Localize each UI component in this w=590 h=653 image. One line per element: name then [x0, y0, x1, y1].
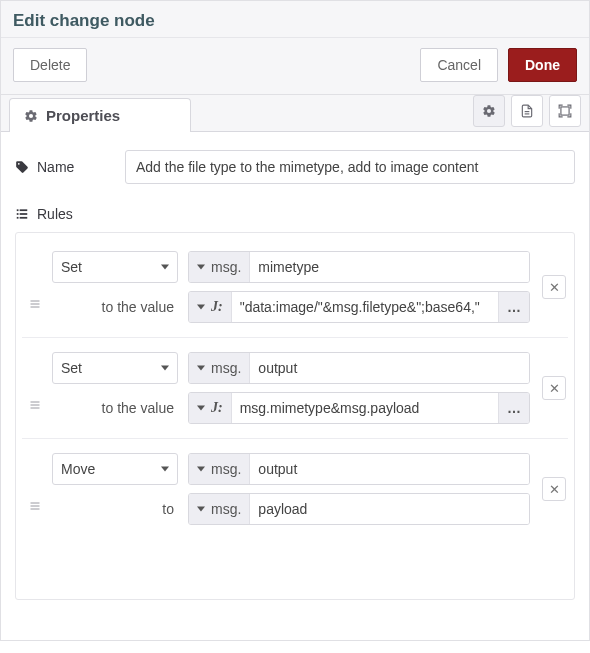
delete-rule-button[interactable]: ✕	[542, 477, 566, 501]
tab-icon-description[interactable]	[511, 95, 543, 127]
list-icon	[15, 207, 29, 221]
type-chip[interactable]: msg.	[189, 454, 250, 484]
dialog-title: Edit change node	[1, 1, 589, 38]
svg-marker-18	[161, 366, 169, 371]
svg-rect-5	[17, 217, 19, 219]
rule-target-input: msg.	[188, 352, 530, 384]
rule-target-input: msg.	[188, 453, 530, 485]
delete-rule-button[interactable]: ✕	[542, 376, 566, 400]
rules-label-text: Rules	[37, 206, 73, 222]
cancel-button[interactable]: Cancel	[420, 48, 498, 82]
tag-icon	[15, 160, 29, 174]
jsonata-icon: J:	[211, 400, 223, 416]
type-chip-label: msg.	[211, 461, 241, 477]
rule-target-input: msg.	[188, 251, 530, 283]
rule-value-field[interactable]	[232, 292, 498, 322]
rule-action-select[interactable]: Move	[52, 453, 178, 485]
svg-marker-20	[197, 406, 205, 411]
svg-marker-12	[161, 265, 169, 270]
properties-panel: Name Rules ✕Setmsg.to the valueJ:…✕Setms…	[1, 131, 589, 640]
chevron-down-icon	[161, 364, 169, 372]
svg-rect-6	[20, 209, 28, 211]
svg-marker-13	[197, 265, 205, 270]
rule-value-field[interactable]	[232, 393, 498, 423]
type-chip[interactable]: msg.	[189, 353, 250, 383]
rule-value-input: J:…	[188, 291, 530, 323]
rule-action-select[interactable]: Set	[52, 251, 178, 283]
ellipsis-icon: …	[507, 400, 521, 416]
chevron-down-icon	[197, 505, 205, 513]
rule-action-label: Set	[61, 259, 82, 275]
rule-target-field[interactable]	[250, 353, 529, 383]
type-chip[interactable]: J:	[189, 393, 232, 423]
document-icon	[520, 104, 534, 118]
svg-marker-24	[161, 467, 169, 472]
rule-action-label: Move	[61, 461, 95, 477]
chevron-down-icon	[197, 303, 205, 311]
chevron-down-icon	[197, 364, 205, 372]
svg-marker-26	[197, 507, 205, 512]
chevron-down-icon	[197, 263, 205, 271]
name-input[interactable]	[125, 150, 575, 184]
rule-value-input: msg.	[188, 493, 530, 525]
name-label: Name	[15, 159, 115, 175]
expand-editor-button[interactable]: …	[498, 292, 529, 322]
svg-rect-8	[20, 217, 28, 219]
tab-properties[interactable]: Properties	[9, 98, 191, 132]
type-chip-label: msg.	[211, 501, 241, 517]
done-button[interactable]: Done	[508, 48, 577, 82]
rule-action-select[interactable]: Set	[52, 352, 178, 384]
type-chip-label: msg.	[211, 259, 241, 275]
tab-icon-appearance[interactable]	[549, 95, 581, 127]
rule-action-label: Set	[61, 360, 82, 376]
svg-rect-4	[17, 213, 19, 215]
delete-button[interactable]: Delete	[13, 48, 87, 82]
chevron-down-icon	[161, 465, 169, 473]
svg-marker-19	[197, 366, 205, 371]
dialog-toolbar: Delete Cancel Done	[1, 38, 589, 95]
rule-to-label: to the value	[52, 400, 178, 416]
rule-value-field[interactable]	[250, 494, 529, 524]
svg-marker-25	[197, 467, 205, 472]
jsonata-icon: J:	[211, 299, 223, 315]
tab-properties-label: Properties	[46, 107, 120, 124]
rule-value-input: J:…	[188, 392, 530, 424]
rule-to-label: to	[52, 501, 178, 517]
type-chip-label: msg.	[211, 360, 241, 376]
edit-node-dialog: Edit change node Delete Cancel Done Prop…	[0, 0, 590, 641]
rule-target-field[interactable]	[250, 454, 529, 484]
svg-rect-3	[17, 209, 19, 211]
rules-list: ✕Setmsg.to the valueJ:…✕Setmsg.to the va…	[15, 232, 575, 600]
rule-row: ✕Movemsg.tomsg.	[22, 439, 568, 539]
gear-icon	[482, 104, 496, 118]
delete-rule-button[interactable]: ✕	[542, 275, 566, 299]
name-row: Name	[15, 150, 575, 184]
drag-handle-icon[interactable]	[26, 251, 44, 323]
chevron-down-icon	[197, 404, 205, 412]
type-chip[interactable]: msg.	[189, 252, 250, 282]
type-chip[interactable]: J:	[189, 292, 232, 322]
svg-rect-2	[561, 107, 569, 115]
close-icon: ✕	[549, 381, 560, 396]
tab-bar: Properties	[1, 95, 589, 131]
svg-marker-14	[197, 305, 205, 310]
drag-handle-icon[interactable]	[26, 453, 44, 525]
rule-target-field[interactable]	[250, 252, 529, 282]
expand-editor-button[interactable]: …	[498, 393, 529, 423]
ellipsis-icon: …	[507, 299, 521, 315]
chevron-down-icon	[197, 465, 205, 473]
tab-icon-node-settings[interactable]	[473, 95, 505, 127]
gear-icon	[24, 109, 38, 123]
close-icon: ✕	[549, 482, 560, 497]
drag-handle-icon[interactable]	[26, 352, 44, 424]
rule-to-label: to the value	[52, 299, 178, 315]
rules-label: Rules	[15, 206, 575, 222]
svg-rect-7	[20, 213, 28, 215]
rule-row: ✕Setmsg.to the valueJ:…	[22, 237, 568, 338]
close-icon: ✕	[549, 280, 560, 295]
expand-icon	[558, 104, 572, 118]
type-chip[interactable]: msg.	[189, 494, 250, 524]
chevron-down-icon	[161, 263, 169, 271]
name-label-text: Name	[37, 159, 74, 175]
rule-row: ✕Setmsg.to the valueJ:…	[22, 338, 568, 439]
